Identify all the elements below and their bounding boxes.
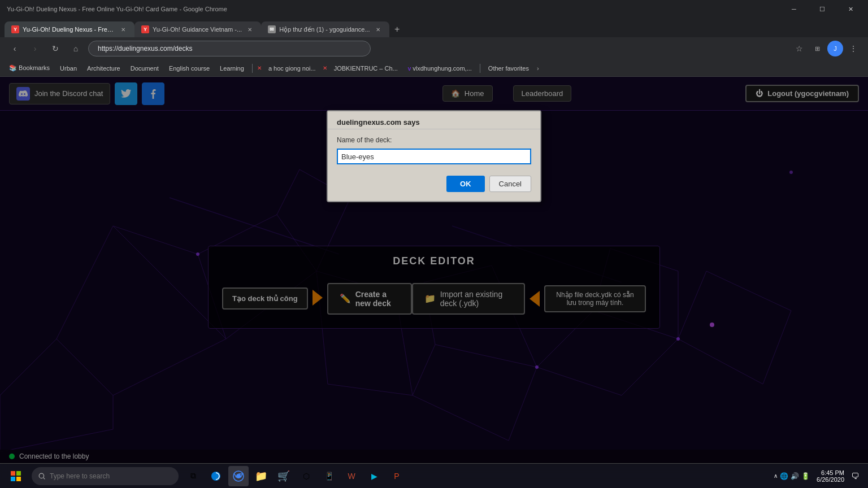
address-bar: ‹ › ↻ ⌂ ☆ ⊞ J ⋮ (0, 37, 868, 60)
bookmark-english[interactable]: English course (164, 64, 214, 73)
taskbar: ⧉ 📁 🛒 ⬡ 📱 W ▶ P ∧ 🌐 🔊 🔋 6:45 PM 6/26/202… (0, 463, 868, 488)
reload-button[interactable]: ↻ (47, 41, 63, 56)
svg-point-51 (39, 473, 44, 478)
svg-rect-48 (16, 471, 21, 476)
maximize-button[interactable]: ☐ (809, 0, 835, 18)
tab-3[interactable]: ✉ Hộp thư đến (1) - ygoguidance... ✕ (261, 21, 389, 37)
dialog-ok-button[interactable]: OK (446, 176, 485, 192)
bookmark-learning[interactable]: Learning (215, 64, 249, 73)
bookmark-x2-icon: ✕ (323, 65, 327, 71)
network-icon[interactable]: 🌐 (780, 472, 788, 480)
close-button[interactable]: ✕ (837, 0, 863, 18)
edge-taskbar-icon[interactable] (206, 466, 226, 486)
window-title: Yu-Gi-Oh! Dueling Nexus - Free Online Yu… (7, 6, 227, 12)
task-view-button[interactable]: ⧉ (183, 466, 203, 486)
forward-button[interactable]: › (27, 41, 43, 56)
powerpoint-icon[interactable]: P (387, 466, 407, 486)
bookmark-urban[interactable]: Urban (55, 64, 81, 73)
tab-1-favicon: Y (11, 25, 19, 33)
browser-chrome: Yu-Gi-Oh! Dueling Nexus - Free Online Yu… (0, 0, 868, 77)
tab-2-close[interactable]: ✕ (245, 25, 254, 34)
app-icon-9[interactable]: ▶ (364, 466, 384, 486)
tabs-bar: Y Yu-Gi-Oh! Dueling Nexus - Free... ✕ Y … (0, 18, 868, 37)
bookmark-separator-2 (480, 64, 480, 73)
file-explorer-icon[interactable]: 📁 (251, 466, 271, 486)
dialog-title-bar: duelingnexus.com says (328, 111, 540, 129)
bookmark-bookmarks[interactable]: 📚 Bookmarks (5, 63, 54, 73)
tab-3-favicon: ✉ (268, 25, 276, 33)
bookmark-x-icon: ✕ (257, 65, 262, 71)
battery-icon[interactable]: 🔋 (801, 472, 810, 480)
extensions-button[interactable]: ⊞ (809, 41, 825, 56)
tab-1-close[interactable]: ✕ (119, 25, 128, 34)
tab-3-close[interactable]: ✕ (374, 25, 383, 34)
taskbar-search-input[interactable] (50, 472, 172, 480)
system-tray: ∧ 🌐 🔊 🔋 6:45 PM 6/26/2020 🗨 (769, 469, 863, 483)
start-button[interactable] (5, 465, 27, 487)
bookmarks-bar: 📚 Bookmarks Urban Architecture Document … (0, 60, 868, 77)
tab-3-title: Hộp thư đến (1) - ygoguidance... (279, 26, 370, 33)
dialog-body: Name of the deck: (328, 129, 540, 171)
tab-2[interactable]: Y Yu-Gi-Oh! Guidance Vietnam -... ✕ (134, 21, 261, 37)
microsoft-store-icon[interactable]: 🛒 (274, 466, 294, 486)
tab-1[interactable]: Y Yu-Gi-Oh! Dueling Nexus - Free... ✕ (5, 21, 134, 37)
bookmark-document[interactable]: Document (126, 64, 163, 73)
window-controls: ─ ☐ ✕ (781, 0, 863, 18)
svg-line-52 (43, 477, 45, 479)
bookmark-star-button[interactable]: ☆ (791, 41, 807, 56)
search-icon (38, 473, 45, 480)
tab-1-title: Yu-Gi-Oh! Dueling Nexus - Free... (23, 26, 115, 33)
tray-icons: ∧ 🌐 🔊 🔋 (774, 472, 810, 480)
bookmark-separator (252, 64, 253, 73)
office-icon[interactable]: W (341, 466, 362, 486)
clock-time[interactable]: 6:45 PM (817, 469, 844, 476)
notification-icon[interactable]: 🗨 (851, 472, 859, 481)
svg-rect-49 (11, 477, 15, 481)
dialog-site: duelingnexus.com says (337, 118, 420, 127)
tab-2-title: Yu-Gi-Oh! Guidance Vietnam -... (153, 26, 242, 33)
tray-chevron[interactable]: ∧ (774, 473, 778, 479)
url-input[interactable] (88, 41, 371, 56)
dialog-deck-name-input[interactable] (337, 149, 531, 164)
dialog-footer: OK Cancel (328, 171, 540, 201)
volume-icon[interactable]: 🔊 (791, 472, 799, 480)
svg-point-54 (236, 474, 241, 478)
dialog-label: Name of the deck: (337, 136, 531, 144)
bookmark-other[interactable]: Other favorites (484, 64, 533, 73)
profile-avatar[interactable]: J (827, 41, 843, 56)
bookmark-job[interactable]: JOBKIENTRUC – Ch... (329, 64, 402, 73)
window-title-bar: Yu-Gi-Oh! Dueling Nexus - Free Online Yu… (0, 0, 868, 18)
back-button[interactable]: ‹ (7, 41, 23, 56)
menu-button[interactable]: ⋮ (845, 41, 861, 56)
bookmark-architecture[interactable]: Architecture (83, 64, 125, 73)
app-icon-6[interactable]: ⬡ (296, 466, 316, 486)
taskbar-search[interactable] (32, 467, 179, 485)
clock-date[interactable]: 6/26/2020 (817, 476, 844, 483)
bookmark-vlxd[interactable]: v vlxdhunghung.com,... (403, 64, 476, 73)
bookmark-chevron[interactable]: › (537, 65, 539, 72)
svg-rect-50 (16, 477, 21, 481)
new-tab-button[interactable]: + (389, 21, 405, 37)
dialog-cancel-button[interactable]: Cancel (489, 176, 531, 192)
tab-2-favicon: Y (141, 25, 149, 33)
minimize-button[interactable]: ─ (781, 0, 807, 18)
viber-icon[interactable]: 📱 (319, 466, 339, 486)
home-nav-button[interactable]: ⌂ (68, 41, 84, 56)
chrome-taskbar-icon[interactable] (228, 466, 249, 486)
bookmark-hoc[interactable]: a hoc giong noi... (264, 64, 320, 73)
svg-rect-47 (11, 471, 15, 476)
dialog-box: duelingnexus.com says Name of the deck: … (327, 110, 541, 202)
